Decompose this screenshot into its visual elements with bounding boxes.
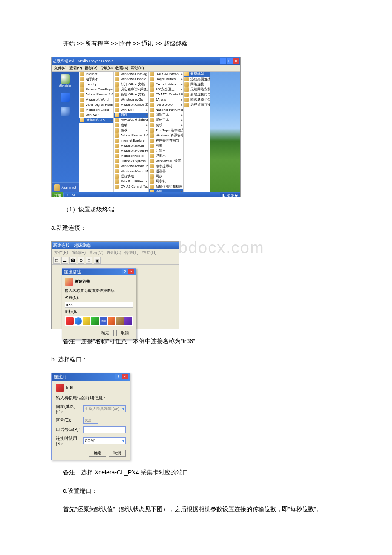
- list-item[interactable]: 网络连接: [184, 82, 210, 87]
- menu-nav[interactable]: 导航(N): [100, 66, 113, 70]
- disconnect-icon[interactable]: ⊘: [78, 257, 84, 264]
- phone-input[interactable]: [83, 426, 126, 433]
- menu-play[interactable]: 播放(P): [85, 66, 98, 70]
- menu-file[interactable]: 文件(F): [54, 66, 67, 70]
- taskbar-item[interactable]: C: [63, 193, 70, 197]
- list-item[interactable]: Winstron ezGo: [114, 97, 148, 102]
- list-item[interactable]: 计算器: [149, 148, 183, 153]
- desktop-icon-recycle[interactable]: [61, 107, 70, 116]
- pinned-item[interactable]: Sapera CamExpert: [79, 87, 113, 92]
- list-item[interactable]: 画图: [149, 143, 183, 148]
- menu-help[interactable]: 帮助(H): [131, 66, 144, 70]
- pinned-item[interactable]: WinRAR: [79, 113, 113, 118]
- menu-edit[interactable]: 编辑(E): [72, 250, 86, 256]
- menu-fav[interactable]: 收藏(A): [115, 66, 128, 70]
- list-item[interactable]: Windows Catalog: [114, 72, 148, 77]
- picker-icon[interactable]: [83, 317, 90, 325]
- list-item[interactable]: 程序兼容性向导: [149, 138, 183, 143]
- ok-button[interactable]: 确定: [97, 330, 114, 336]
- list-item[interactable]: 卡巴斯基反病毒6.0: [114, 118, 148, 123]
- menu-view[interactable]: 查看(V): [69, 66, 82, 70]
- list-item[interactable]: Microsoft Office 工具: [114, 102, 148, 107]
- menu-transfer[interactable]: 传送(T): [124, 250, 138, 256]
- picker-icon[interactable]: [116, 317, 124, 325]
- list-item[interactable]: 打开 Office 文档: [114, 82, 148, 87]
- help-icon[interactable]: ?: [122, 269, 128, 274]
- list-item[interactable]: WinRAR: [114, 107, 148, 113]
- close-icon[interactable]: ×: [122, 374, 128, 379]
- properties-icon[interactable]: ▣: [94, 257, 101, 264]
- open-icon[interactable]: ☰: [61, 257, 68, 264]
- menu-call[interactable]: 呼叫(C): [107, 250, 121, 256]
- hyperterminal-item[interactable]: 超级终端: [184, 72, 210, 77]
- menu-file[interactable]: 文件(F): [54, 250, 68, 256]
- list-item[interactable]: 系统工具: [149, 118, 183, 123]
- list-item[interactable]: Microsoft Excel: [114, 143, 148, 148]
- list-item[interactable]: 扫描仪和照相机向导: [149, 184, 183, 189]
- list-item[interactable]: Microsoft Word: [114, 153, 148, 159]
- picker-icon[interactable]: [75, 317, 82, 325]
- list-item[interactable]: 启动: [114, 123, 148, 128]
- list-item[interactable]: National Instruments: [149, 107, 183, 113]
- list-item[interactable]: 记事本: [149, 153, 183, 159]
- system-tray[interactable]: ◧ ◐ ◑ ◒: [220, 193, 240, 197]
- connection-name-input[interactable]: [65, 302, 133, 308]
- cancel-button[interactable]: 取消: [116, 330, 133, 336]
- port-select[interactable]: COM1: [83, 437, 126, 444]
- list-item[interactable]: IVS 5.0.0.0: [149, 102, 183, 107]
- list-item[interactable]: 回家庭或小型办公网络: [184, 97, 210, 102]
- all-programs-item[interactable]: 所有程序 (P): [79, 118, 113, 123]
- pinned-item[interactable]: rotophp: [79, 82, 113, 87]
- list-item[interactable]: 辅助工具: [149, 113, 183, 118]
- ok-button[interactable]: 确定: [89, 450, 106, 457]
- help-icon[interactable]: ?: [115, 374, 121, 379]
- desktop-icon-network[interactable]: [61, 92, 70, 102]
- list-item[interactable]: Windows Update: [114, 77, 148, 82]
- list-item[interactable]: 360安全卫士: [149, 87, 183, 92]
- send-icon[interactable]: □: [86, 257, 92, 264]
- list-item[interactable]: 远程协助: [114, 174, 148, 179]
- list-item[interactable]: Adobe Reader 7.0: [114, 133, 148, 138]
- minimize-icon[interactable]: −: [220, 58, 226, 64]
- list-item[interactable]: Windows Movie Maker: [114, 169, 148, 174]
- pinned-item[interactable]: Viper Digital Frame Grabber Board: [79, 102, 113, 107]
- picker-icon[interactable]: MCI: [100, 317, 107, 325]
- start-button[interactable]: 开始: [52, 192, 63, 197]
- list-item[interactable]: JAI a-s: [149, 97, 183, 102]
- list-item[interactable]: 娱乐: [149, 123, 183, 128]
- area-code-input[interactable]: 010: [83, 417, 98, 424]
- menu-view[interactable]: 查看(V): [89, 250, 103, 256]
- list-item[interactable]: Outlook Express: [114, 159, 148, 164]
- picker-icon[interactable]: [108, 317, 115, 325]
- list-item[interactable]: DALSA Coreco: [149, 72, 183, 77]
- new-icon[interactable]: □: [53, 257, 60, 264]
- list-item[interactable]: PrintSir Utilities: [114, 179, 148, 184]
- desktop-icon-mycomputer[interactable]: 我的电脑: [59, 74, 71, 88]
- list-item[interactable]: CV-A1 Control Tool: [114, 184, 148, 189]
- list-item[interactable]: Microsoft PowerPoint: [114, 148, 148, 153]
- pinned-item[interactable]: 电子邮件: [79, 77, 113, 82]
- list-item[interactable]: 游戏: [114, 128, 148, 133]
- picker-icon[interactable]: [91, 317, 99, 325]
- pinned-item[interactable]: Internet: [79, 72, 113, 77]
- taskbar-item[interactable]: M: [70, 193, 77, 197]
- list-item[interactable]: 同步: [149, 174, 183, 179]
- pinned-item[interactable]: Adobe Reader 7.0: [79, 92, 113, 97]
- pinned-item[interactable]: Microsoft Word: [79, 97, 113, 102]
- menu-help[interactable]: 帮助(H): [142, 250, 156, 256]
- list-item[interactable]: 远程桌面连接: [184, 77, 210, 82]
- list-item[interactable]: 新建 Office 文档: [114, 92, 148, 97]
- picker-icon[interactable]: [124, 317, 132, 325]
- list-item[interactable]: Windows Media Player: [114, 164, 148, 169]
- list-item[interactable]: 新建连接向导: [184, 92, 210, 97]
- list-item[interactable]: Windows 资源管理器: [149, 133, 183, 138]
- cancel-button[interactable]: 取消: [109, 450, 126, 457]
- list-item[interactable]: 命令提示符: [149, 164, 183, 169]
- list-item[interactable]: 远程桌面连接: [184, 102, 210, 107]
- list-item[interactable]: 设定程序访问和默认值: [114, 87, 148, 92]
- maximize-icon[interactable]: □: [227, 58, 233, 64]
- close-icon[interactable]: ×: [233, 58, 239, 64]
- list-item[interactable]: EA Industries: [149, 82, 183, 87]
- list-item[interactable]: Windows IP 设置: [149, 159, 183, 164]
- list-item[interactable]: 写字板: [149, 179, 183, 184]
